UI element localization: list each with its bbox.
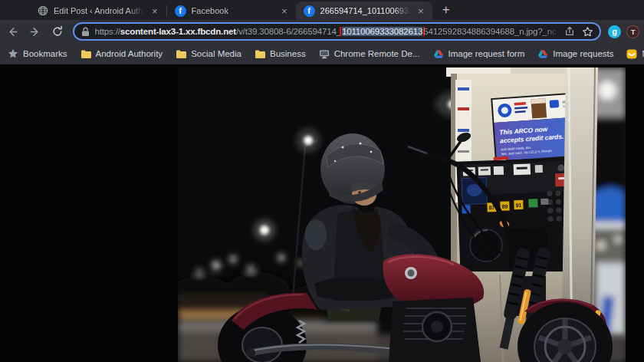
bookmark-item-image-request-form[interactable]: Image request form xyxy=(433,49,525,59)
facebook-icon: f xyxy=(304,5,315,17)
tab-image-active[interactable]: f 266594714_10110069333082613 × xyxy=(296,2,432,20)
forward-button[interactable] xyxy=(26,22,44,41)
url-scheme: https:// xyxy=(95,27,120,36)
share-icon[interactable] xyxy=(564,26,575,37)
bookmark-item-nicehash[interactable]: NiceHash xyxy=(626,49,644,59)
bookmark-item-social-media[interactable]: Social Media xyxy=(176,49,242,59)
photo-motorcycle-gas-station: This ARCO now accepts credit cards. And … xyxy=(178,67,626,362)
omnibox-actions xyxy=(564,26,593,38)
bookmark-item-chrome-remote[interactable]: Chrome Remote De... xyxy=(319,49,420,59)
bookmarks-bar: Bookmarks Android Authority Social Media… xyxy=(0,43,644,64)
close-icon[interactable]: × xyxy=(150,5,160,17)
url-domain: scontent-lax3-1.xx.fbcdn.net xyxy=(120,27,236,36)
tab-title: Edit Post ‹ Android Authority — W xyxy=(54,6,144,15)
close-icon[interactable]: × xyxy=(416,5,426,17)
folder-icon xyxy=(80,49,91,59)
svg-text:91: 91 xyxy=(515,202,521,208)
globe-icon xyxy=(37,5,48,17)
bookmark-item-android-authority[interactable]: Android Authority xyxy=(80,49,163,59)
bookmark-item-bookmarks[interactable]: Bookmarks xyxy=(8,48,67,59)
tab-strip: Edit Post ‹ Android Authority — W × f Fa… xyxy=(0,0,644,20)
url-path: /v/t39.30808-6/266594714_ xyxy=(236,27,341,36)
facebook-icon: f xyxy=(175,5,186,17)
folder-icon xyxy=(176,49,186,59)
tab-facebook[interactable]: f Facebook × xyxy=(167,2,296,20)
lock-icon xyxy=(81,27,90,37)
monitor-icon xyxy=(319,49,330,59)
drive-icon xyxy=(433,49,444,59)
url-highlighted-id: 10110069333082613 xyxy=(342,27,422,36)
drive-icon xyxy=(537,49,548,59)
toolbar: https://scontent-lax3-1.xx.fbcdn.net/v/t… xyxy=(0,20,644,43)
tab-edit-post[interactable]: Edit Post ‹ Android Authority — W × xyxy=(29,2,166,20)
svg-text:89: 89 xyxy=(501,203,508,209)
bookmark-item-business[interactable]: Business xyxy=(255,49,306,59)
url-path-tail: 5412592834886394688_n.jpg?_nc_cat=110&cc… xyxy=(423,27,560,36)
tab-title: Facebook xyxy=(192,6,274,15)
star-icon xyxy=(8,48,18,59)
extension-icon[interactable]: g xyxy=(608,25,621,38)
reload-button[interactable] xyxy=(48,22,67,41)
bookmark-item-image-requests[interactable]: Image requests xyxy=(537,49,613,59)
profile-avatar[interactable]: T xyxy=(626,25,639,38)
url-bar[interactable]: https://scontent-lax3-1.xx.fbcdn.net/v/t… xyxy=(73,22,602,41)
back-button[interactable] xyxy=(4,22,22,41)
folder-icon xyxy=(255,49,265,59)
url-text: https://scontent-lax3-1.xx.fbcdn.net/v/t… xyxy=(95,27,560,36)
close-icon[interactable]: × xyxy=(279,5,290,17)
new-tab-button[interactable]: + xyxy=(437,1,455,19)
page-content: This ARCO now accepts credit cards. And … xyxy=(0,64,644,362)
bookmark-star-icon[interactable] xyxy=(582,26,593,38)
nicehash-icon xyxy=(626,49,637,59)
tab-title: 266594714_10110069333082613 xyxy=(320,6,410,15)
browser-window: Edit Post ‹ Android Authority — W × f Fa… xyxy=(0,0,644,362)
